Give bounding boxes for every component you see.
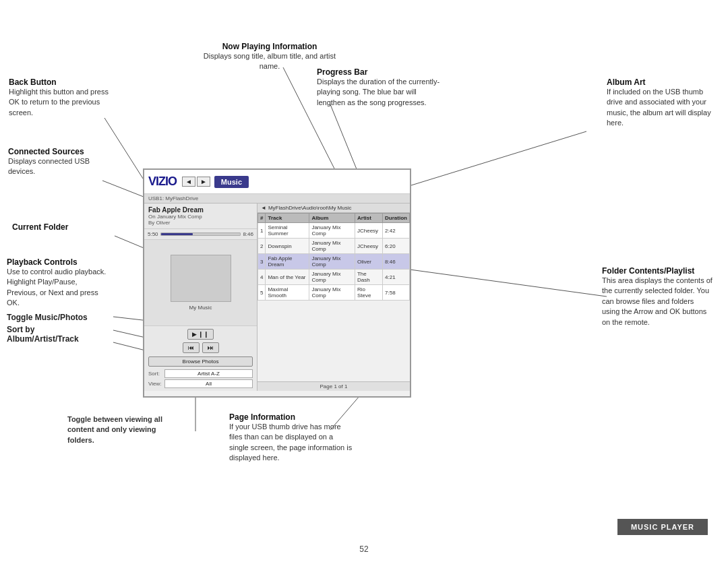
table-row[interactable]: 3Fab Apple DreamJanuary Mix CompOliver8:… [258,254,410,270]
table-cell: January Mix Comp [309,223,355,239]
sort-select[interactable]: Artist A-Z [164,369,253,378]
svg-line-9 [410,270,607,296]
annotation-title: Connected Sources [8,147,102,156]
path-row: ◄ MyFlashDrive\Audio\root\My Music [257,204,410,213]
sort-by-label: Sort by Album/Artist/Track [7,325,108,344]
file-table: # Track Album Artist Duration 1Seminal S… [257,213,410,301]
header-row: # Track Album Artist Duration [258,214,410,223]
annotation-body: Displays connected USB devices. [8,156,102,177]
col-header-duration: Duration [383,214,410,223]
playback-btn-row: ▶ ❙❙ [148,329,253,340]
annotation-progress-bar: Progress Bar Displays the duration of th… [317,67,442,108]
table-cell: Oliver [355,254,382,270]
np-artist: Oliver [156,220,171,226]
table-cell: Seminal Summer [266,223,309,239]
table-header: # Track Album Artist Duration [258,214,410,223]
table-cell: 3 [258,254,266,270]
table-row[interactable]: 2DownspinJanuary Mix CompJCheesy6:20 [258,239,410,254]
prev-btn[interactable]: ⏮ [183,342,200,353]
np-on-label: On [148,214,156,220]
sort-label: Sort: [148,371,164,377]
table-cell: Maximal Smooth [266,285,309,301]
table-cell: The Dash [355,270,382,285]
table-cell: 6:20 [383,239,410,254]
folder-thumbnail-area: My Music [144,240,257,325]
table-row[interactable]: 4Man of the YearJanuary Mix CompThe Dash… [258,270,410,285]
table-body: 1Seminal SummerJanuary Mix CompJCheesy2:… [258,223,410,301]
sort-row: Sort: Artist A-Z [148,369,253,378]
np-by-label: By [148,220,154,226]
annotation-toggle-view: Toggle between viewing all content and o… [67,414,179,445]
col-header-artist: Artist [355,214,382,223]
toggle-music-photos-label: Toggle Music/Photos [7,313,108,322]
table-row[interactable]: 1Seminal SummerJanuary Mix CompJCheesy2:… [258,223,410,239]
view-label: View: [148,381,164,387]
play-pause-btn[interactable]: ▶ ❙❙ [187,329,214,340]
time-total: 8:46 [243,231,253,237]
next-btn[interactable]: ⏭ [202,342,219,353]
col-header-track: Track [266,214,309,223]
page-number: 52 [359,544,368,554]
annotation-body: If included on the USB thumb drive and a… [607,87,711,129]
page-container: Back Button Highlight this button and pr… [0,0,728,562]
annotation-page-info: Page Information If your USB thumb drive… [229,412,354,464]
usb-device-label: USB1: MyFlashDrive [148,195,198,201]
svg-line-4 [102,181,147,198]
table-cell: January Mix Comp [309,270,355,285]
annotation-playback-controls: Playback Controls Use to control audio p… [7,257,108,344]
annotation-current-folder: Current Folder [12,222,93,232]
usb-device-row: USB1: MyFlashDrive [144,194,410,204]
table-cell: 4 [258,270,266,285]
annotation-body: This area displays the contents of the c… [602,276,713,327]
music-player-badge: MUSIC PLAYER [617,519,708,535]
annotation-body: Use to control audio playback. Highlight… [7,267,108,309]
np-album: January Mix Comp [157,214,202,220]
now-playing-panel: Fab Apple Dream On January Mix Comp By O… [144,204,257,229]
progress-track [160,232,241,236]
annotation-title: Page Information [229,412,354,422]
main-content: Fab Apple Dream On January Mix Comp By O… [144,204,410,391]
annotation-album-art: Album Art If included on the USB thumb d… [607,77,711,129]
folder-name: My Music [189,305,212,311]
back-right-arrow[interactable]: ► [197,177,210,187]
annotation-connected-sources: Connected Sources Displays connected USB… [8,147,102,177]
annotation-title: Folder Contents/Playlist [602,266,713,276]
table-cell: January Mix Comp [309,239,355,254]
table-cell: Fab Apple Dream [266,254,309,270]
table-cell: 8:46 [383,254,410,270]
tv-screen: VIZIO ◄ ► Music USB1: MyFlashDrive Fab A… [143,168,411,398]
annotation-title: Now Playing Information [195,42,344,51]
table-row[interactable]: 5Maximal SmoothJanuary Mix CompRio Steve… [258,285,410,301]
page-info-row: Page 1 of 1 [257,381,410,391]
back-btn-group: ◄ ► [182,177,210,187]
progress-fill [161,233,193,235]
music-tab[interactable]: Music [214,176,249,188]
annotation-title: Back Button [9,77,109,87]
table-cell: 1 [258,223,266,239]
annotation-title: Current Folder [12,222,93,232]
table-cell: 4:21 [383,270,410,285]
view-select[interactable]: All [164,379,253,388]
vizio-logo: VIZIO [148,175,177,189]
left-panel: Fab Apple Dream On January Mix Comp By O… [144,204,257,391]
progress-row: 5:50 8:46 [144,229,257,240]
table-cell: 7:58 [383,285,410,301]
table-cell: 2 [258,239,266,254]
np-song-title: Fab Apple Dream [148,206,253,214]
annotation-title: Progress Bar [317,67,442,77]
annotation-folder-contents: Folder Contents/Playlist This area displ… [602,266,713,327]
annotation-body: If your USB thumb drive has more files t… [229,422,354,464]
col-header-album: Album [309,214,355,223]
browse-photos-btn[interactable]: Browse Photos [148,356,253,367]
np-artist-row: By Oliver [148,220,253,226]
folder-thumbnail [171,255,231,302]
annotation-body: Toggle between viewing all content and o… [67,414,179,445]
table-cell: 2:42 [383,223,410,239]
table-cell: JCheesy [355,223,382,239]
col-header-num: # [258,214,266,223]
annotation-back-button: Back Button Highlight this button and pr… [9,77,109,118]
right-panel: ◄ MyFlashDrive\Audio\root\My Music # Tra… [257,204,410,391]
table-cell: January Mix Comp [309,254,355,270]
table-cell: Man of the Year [266,270,309,285]
back-left-arrow[interactable]: ◄ [182,177,195,187]
